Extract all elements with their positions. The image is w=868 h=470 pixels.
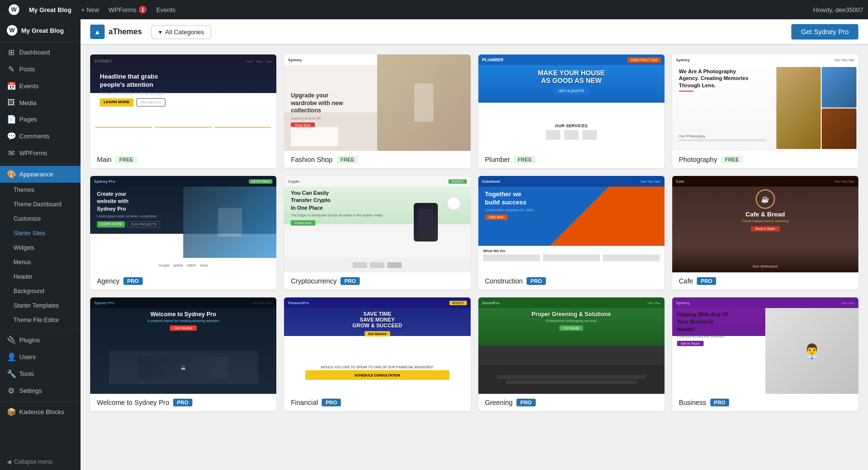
template-name-construction: Construction xyxy=(485,277,523,285)
template-preview-construction: Construct Nav Nav Nav Together webuild s… xyxy=(478,176,665,272)
sidebar-item-events[interactable]: 📅 Events xyxy=(0,78,81,94)
templates-grid: SYDNEY Nav Nav Nav Headline that grabspe… xyxy=(81,45,868,421)
adminbar-wp-logo[interactable]: W xyxy=(5,0,23,19)
adminbar-site-name[interactable]: My Great Blog xyxy=(25,0,75,19)
template-card-plumber[interactable]: PLUMBER FREE FIRST JOB MAKE YOUR HOUSEAS… xyxy=(478,54,665,168)
template-preview-cafe: Cafe Nav Nav Nav ☕ Cafe & Bread Fresh ba… xyxy=(672,176,858,272)
sidebar-item-starter-sites[interactable]: Starter Sites xyxy=(0,226,81,241)
template-badge-plumber: FREE xyxy=(514,156,536,163)
plugins-label: Plugins xyxy=(19,336,40,344)
template-name-greening: Greening xyxy=(485,399,513,406)
template-preview-sydneypro: Sydney Pro Nav Nav Nav Welcome to Sydney… xyxy=(90,297,276,394)
kadence-icon: 📦 xyxy=(7,407,15,416)
sidebar-item-dashboard[interactable]: ⊞ Dashboard xyxy=(0,44,81,61)
sidebar-item-widgets[interactable]: Widgets xyxy=(0,241,81,255)
plugins-icon: 🔌 xyxy=(7,336,15,345)
sidebar-item-comments[interactable]: 💬 Comments xyxy=(0,128,81,145)
admin-bar: W My Great Blog + New WPForms 1 Events H… xyxy=(0,0,868,19)
template-preview-crypto: Crypto INVEST You Can EasilyTransfer Cry… xyxy=(284,176,470,272)
template-name-main: Main xyxy=(97,156,111,163)
wpforms-badge: 1 xyxy=(139,6,147,13)
template-card-cafe[interactable]: Cafe Nav Nav Nav ☕ Cafe & Bread Fresh ba… xyxy=(672,176,858,290)
sidebar-item-pages[interactable]: 📄 Pages xyxy=(0,111,81,128)
template-card-sydneypro[interactable]: Sydney Pro Nav Nav Nav Welcome to Sydney… xyxy=(90,297,276,411)
tools-label: Tools xyxy=(19,370,34,377)
template-footer-photography: Photography FREE xyxy=(672,151,858,168)
sidebar-item-themes[interactable]: Themes xyxy=(0,183,81,197)
template-badge-sydneypro: PRO xyxy=(173,399,192,406)
template-card-crypto[interactable]: Crypto INVEST You Can EasilyTransfer Cry… xyxy=(284,176,470,290)
dashboard-icon: ⊞ xyxy=(7,48,15,57)
sidebar-logo-text: My Great Blog xyxy=(21,27,64,34)
template-card-fashion[interactable]: Sydney Nav Nav Nav Upgrade yourwardrobe … xyxy=(284,54,470,168)
template-footer-sydneypro: Welcome to Sydney Pro PRO xyxy=(90,394,276,411)
main-content: ▲ aThemes ▾ All Categories Get Sydney Pr… xyxy=(81,19,868,470)
themes-label: Themes xyxy=(14,187,34,193)
sidebar-item-kadence-blocks[interactable]: 📦 Kadence Blocks xyxy=(0,403,81,420)
template-preview-plumber: PLUMBER FREE FIRST JOB MAKE YOUR HOUSEAS… xyxy=(478,54,665,151)
collapse-menu-button[interactable]: ◀ Collapse menu xyxy=(0,454,81,470)
template-card-photography[interactable]: Sydney Nav Nav Nav We Are A PhotographyA… xyxy=(672,54,858,168)
template-footer-financial: Financial PRO xyxy=(284,394,470,411)
sidebar-logo[interactable]: W My Great Blog xyxy=(0,19,81,42)
kadence-label: Kadence Blocks xyxy=(19,408,64,416)
sidebar-item-customize[interactable]: Customize xyxy=(0,212,81,226)
background-label: Background xyxy=(14,288,44,295)
adminbar-events[interactable]: Events xyxy=(152,0,179,19)
events-label: Events xyxy=(156,6,176,13)
sidebar-item-settings[interactable]: ⚙ Settings xyxy=(0,382,81,399)
sidebar-item-wpforms[interactable]: ✉ WPForms xyxy=(0,145,81,161)
get-sydney-pro-button[interactable]: Get Sydney Pro xyxy=(791,24,858,40)
page-header: ▲ aThemes ▾ All Categories Get Sydney Pr… xyxy=(81,19,868,45)
sidebar-item-tools[interactable]: 🔧 Tools xyxy=(0,365,81,382)
sidebar-item-starter-templates[interactable]: Starter Templates xyxy=(0,298,81,313)
adminbar-wpforms[interactable]: WPForms 1 xyxy=(105,0,150,19)
media-icon: 🖼 xyxy=(7,98,15,107)
athemes-logo-icon: ▲ xyxy=(90,25,105,39)
categories-dropdown[interactable]: ▾ All Categories xyxy=(151,25,211,39)
template-footer-main: Main FREE xyxy=(90,151,276,168)
template-footer-agency: Agency PRO xyxy=(90,272,276,290)
template-name-business: Business xyxy=(679,399,706,406)
template-badge-business: PRO xyxy=(710,399,730,406)
pages-label: Pages xyxy=(19,116,37,123)
template-footer-construction: Construction PRO xyxy=(478,272,665,290)
template-name-agency: Agency xyxy=(97,277,120,285)
tools-icon: 🔧 xyxy=(7,369,15,378)
adminbar-howdy[interactable]: Howdy, dee35007 xyxy=(813,6,863,13)
sidebar-item-media[interactable]: 🖼 Media xyxy=(0,94,81,111)
adminbar-new[interactable]: + New xyxy=(77,0,103,19)
sidebar-item-appearance[interactable]: 🎨 Appearance xyxy=(0,166,81,183)
template-badge-fashion: FREE xyxy=(337,156,358,163)
athemes-logo: ▲ aThemes xyxy=(90,25,142,39)
events-icon: 📅 xyxy=(7,81,15,91)
template-card-main[interactable]: SYDNEY Nav Nav Nav Headline that grabspe… xyxy=(90,54,276,168)
template-card-greening[interactable]: GreenPro Nav Nav Proper Greening & Solut… xyxy=(478,297,665,411)
widgets-label: Widgets xyxy=(14,244,34,251)
collapse-label: Collapse menu xyxy=(14,458,53,465)
template-card-business[interactable]: Sydney Nav Nav Helping With Any OfYour B… xyxy=(672,297,858,411)
sidebar-item-menus[interactable]: Menus xyxy=(0,255,81,269)
new-label: + New xyxy=(81,6,99,13)
template-preview-greening: GreenPro Nav Nav Proper Greening & Solut… xyxy=(478,297,665,394)
categories-label: All Categories xyxy=(165,28,204,36)
sidebar-item-theme-dashboard[interactable]: Theme Dashboard xyxy=(0,197,81,212)
sidebar-item-users[interactable]: 👤 Users xyxy=(0,349,81,365)
starter-sites-label: Starter Sites xyxy=(14,230,45,237)
sidebar-item-plugins[interactable]: 🔌 Plugins xyxy=(0,332,81,349)
sidebar-item-theme-file-editor[interactable]: Theme File Editor xyxy=(0,313,81,327)
template-preview-main: SYDNEY Nav Nav Nav Headline that grabspe… xyxy=(90,54,276,151)
template-badge-main: FREE xyxy=(115,156,137,163)
template-card-financial[interactable]: FinancePro INVEST SAVE TIMESAVE MONEYGRO… xyxy=(284,297,470,411)
sidebar: W My Great Blog ⊞ Dashboard ✎ Posts 📅 Ev… xyxy=(0,19,81,470)
sidebar-wp-icon: W xyxy=(7,25,17,36)
header-label: Header xyxy=(14,273,32,280)
users-icon: 👤 xyxy=(7,352,15,362)
sidebar-item-header[interactable]: Header xyxy=(0,269,81,284)
template-card-construction[interactable]: Construct Nav Nav Nav Together webuild s… xyxy=(478,176,665,290)
sidebar-item-background[interactable]: Background xyxy=(0,284,81,298)
template-card-agency[interactable]: Sydney Pro LET'S TALK Create yourwebsite… xyxy=(90,176,276,290)
sidebar-item-posts[interactable]: ✎ Posts xyxy=(0,61,81,78)
settings-label: Settings xyxy=(19,387,42,394)
media-label: Media xyxy=(19,99,36,107)
